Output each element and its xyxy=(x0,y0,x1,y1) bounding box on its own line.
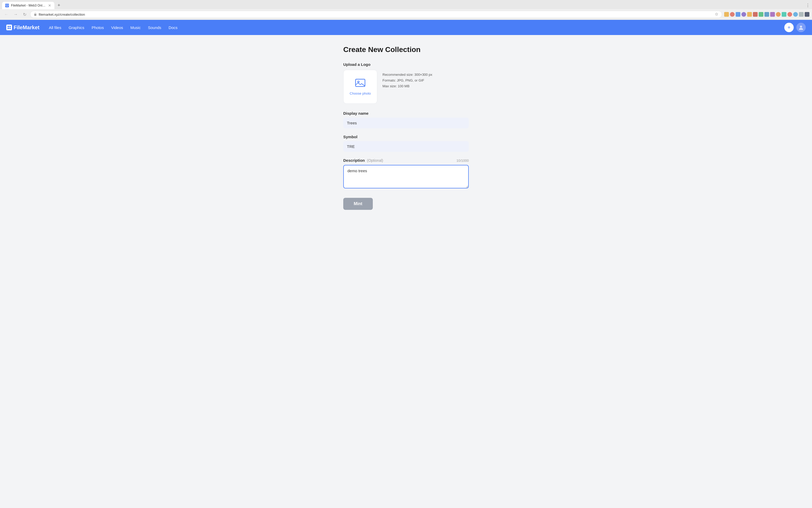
svg-rect-5 xyxy=(9,26,11,27)
description-label: Description xyxy=(343,158,365,163)
new-tab-button[interactable]: + xyxy=(55,2,63,9)
tab-favicon xyxy=(5,4,9,7)
upload-logo-section: Upload a Logo Choose photo Recommended s… xyxy=(343,62,469,104)
nav-photos[interactable]: Photos xyxy=(88,24,107,31)
extension-icon-13[interactable] xyxy=(793,12,798,17)
url-text: filemarket.xyz/create/collection xyxy=(39,12,713,16)
display-name-label: Display name xyxy=(343,111,469,116)
upload-logo-label: Upload a Logo xyxy=(343,62,469,67)
nav-docs[interactable]: Docs xyxy=(165,24,180,31)
browser-toolbar-icons xyxy=(724,12,809,17)
svg-rect-9 xyxy=(356,79,365,86)
extension-icon-10[interactable] xyxy=(776,12,781,17)
form-container: Create New Collection Upload a Logo Choo… xyxy=(343,45,469,210)
display-name-section: Display name xyxy=(343,111,469,128)
char-count: 10/1000 xyxy=(456,159,469,163)
nav-graphics[interactable]: Graphics xyxy=(65,24,87,31)
extension-icon-8[interactable] xyxy=(764,12,769,17)
extension-icon-4[interactable] xyxy=(741,12,746,17)
description-header: Description (Optional) 10/1000 xyxy=(343,158,469,163)
nav-music[interactable]: Music xyxy=(127,24,144,31)
nav-links: All files Graphics Photos Videos Music S… xyxy=(46,24,180,31)
svg-rect-7 xyxy=(9,28,11,29)
extension-icon-7[interactable] xyxy=(759,12,763,17)
address-bar: ← → ↻ filemarket.xyz/create/collection xyxy=(0,9,812,19)
extension-icon-9[interactable] xyxy=(770,12,775,17)
upload-info: Recommended size: 300×300 px Formats: JP… xyxy=(382,70,432,89)
display-name-input[interactable] xyxy=(343,118,469,128)
refresh-button[interactable]: ↻ xyxy=(22,11,28,18)
extension-icon-6[interactable] xyxy=(753,12,758,17)
description-textarea[interactable]: demo trees xyxy=(343,165,469,188)
upload-formats-info: Formats: JPG, PNG, or GIF xyxy=(382,78,432,83)
user-avatar-button[interactable] xyxy=(796,23,806,32)
nav-videos[interactable]: Videos xyxy=(108,24,126,31)
symbol-input[interactable] xyxy=(343,141,469,152)
symbol-label: Symbol xyxy=(343,135,469,139)
upload-section: Choose photo Recommended size: 300×300 p… xyxy=(343,70,469,104)
tab-close-button[interactable]: ✕ xyxy=(48,3,51,8)
image-upload-icon xyxy=(355,78,365,89)
svg-rect-4 xyxy=(8,26,9,27)
extension-icon-11[interactable] xyxy=(782,12,786,17)
choose-photo-text: Choose photo xyxy=(350,91,371,95)
extension-icon-3[interactable] xyxy=(736,12,740,17)
app-header: FileMarket All files Graphics Photos Vid… xyxy=(0,20,812,35)
logo-text: FileMarket xyxy=(13,25,39,31)
description-label-container: Description (Optional) xyxy=(343,158,383,163)
address-input[interactable]: filemarket.xyz/create/collection xyxy=(30,11,722,18)
active-tab[interactable]: FileMarket - Web3 Online Sho... ✕ xyxy=(2,2,54,9)
extension-icon-5[interactable] xyxy=(747,12,752,17)
header-right: + xyxy=(784,23,806,32)
svg-rect-0 xyxy=(6,4,8,6)
extension-icon-2[interactable] xyxy=(730,12,735,17)
back-button[interactable]: ← xyxy=(3,11,10,18)
browser-chrome: FileMarket - Web3 Online Sho... ✕ + ⋮ ← … xyxy=(0,0,812,20)
symbol-section: Symbol xyxy=(343,135,469,152)
svg-rect-6 xyxy=(8,28,9,29)
mint-button[interactable]: Mint xyxy=(343,198,373,210)
upload-size-info: Recommended size: 300×300 px xyxy=(382,72,432,78)
lock-icon xyxy=(34,12,37,16)
upload-maxsize-info: Max size: 100 MB xyxy=(382,83,432,89)
upload-photo-button[interactable]: Choose photo xyxy=(343,70,377,104)
svg-rect-3 xyxy=(34,14,36,16)
description-section: Description (Optional) 10/1000 demo tree… xyxy=(343,158,469,189)
tab-title: FileMarket - Web3 Online Sho... xyxy=(11,4,46,7)
page-title: Create New Collection xyxy=(343,45,469,54)
avatar-icon xyxy=(798,25,804,30)
logo-icon xyxy=(6,25,12,30)
extension-icon-14[interactable] xyxy=(799,12,804,17)
main-content: Create New Collection Upload a Logo Choo… xyxy=(0,35,812,220)
extension-icon-15[interactable] xyxy=(805,12,809,17)
nav-all-files[interactable]: All files xyxy=(46,24,65,31)
extension-icon-12[interactable] xyxy=(787,12,792,17)
svg-point-8 xyxy=(800,26,802,28)
forward-button[interactable]: → xyxy=(12,11,19,18)
svg-point-10 xyxy=(358,81,359,83)
address-icons xyxy=(715,12,719,16)
description-optional: (Optional) xyxy=(367,158,383,163)
nav-sounds[interactable]: Sounds xyxy=(145,24,164,31)
logo-container[interactable]: FileMarket xyxy=(6,25,39,31)
extension-icon-1[interactable] xyxy=(724,12,729,17)
tab-bar-menu[interactable]: ⋮ xyxy=(806,3,810,8)
add-button[interactable]: + xyxy=(784,23,794,32)
tab-bar: FileMarket - Web3 Online Sho... ✕ + ⋮ xyxy=(0,0,812,9)
star-icon[interactable] xyxy=(715,12,719,16)
